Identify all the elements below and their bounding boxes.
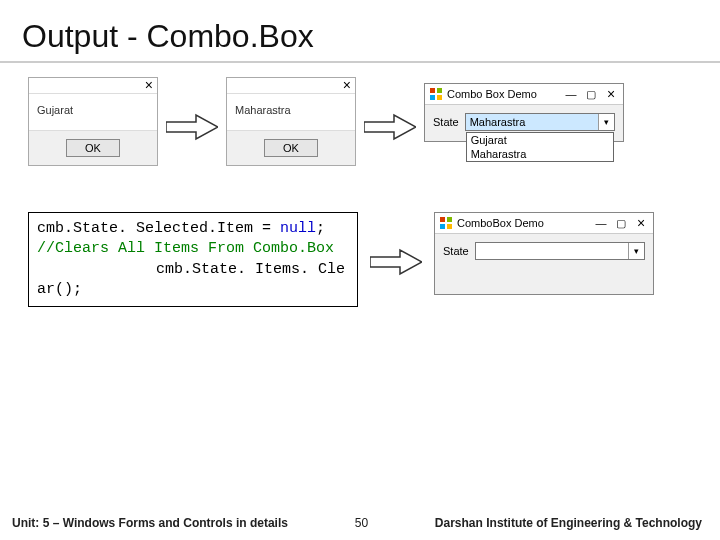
top-row: × Gujarat OK × Maharastra OK [28,77,692,166]
code-keyword: null [280,220,316,237]
svg-rect-5 [437,95,442,100]
code-text: cmb.State. Selected.Item = [37,220,280,237]
combobox-option-gujarat[interactable]: Gujarat [467,133,613,147]
msgbox-text: Gujarat [29,94,157,131]
msgbox-titlebar: × [227,78,355,94]
maximize-icon[interactable]: ▢ [583,88,599,101]
svg-rect-10 [447,224,452,229]
code-text: ar(); [37,280,349,300]
code-text: cmb.State. Items. Cle [37,260,349,280]
code-text: ; [316,220,325,237]
app-icon [429,87,443,101]
footer-unit: Unit: 5 – Windows Forms and Controls in … [12,516,288,530]
state-label: State [433,116,459,128]
msgbox-titlebar: × [29,78,157,94]
close-icon[interactable]: × [343,80,351,91]
state-combobox[interactable]: ▾ [475,242,645,260]
arrow-icon [364,113,416,141]
svg-marker-6 [370,250,422,274]
messagebox-maharastra: × Maharastra OK [226,77,356,166]
window-title: Combo Box Demo [447,88,559,100]
minimize-icon[interactable]: — [593,217,609,229]
app-icon [439,216,453,230]
msgbox-text: Maharastra [227,94,355,131]
code-comment: //Clears All Items From Combo.Box [37,239,349,259]
close-icon[interactable]: × [633,218,649,229]
msgbox-buttons: OK [227,131,355,165]
chevron-down-icon[interactable]: ▾ [628,243,644,259]
svg-rect-2 [430,88,435,93]
footer-institute: Darshan Institute of Engineering & Techn… [435,516,702,530]
chevron-down-icon[interactable]: ▾ [598,114,614,130]
maximize-icon[interactable]: ▢ [613,217,629,230]
window-titlebar: Combo Box Demo — ▢ × [425,84,623,105]
svg-marker-0 [166,115,218,139]
combobox-form-dropdown: Combo Box Demo — ▢ × State Maharastra ▾ … [424,83,624,142]
arrow-icon [370,248,422,276]
svg-rect-7 [440,217,445,222]
ok-button[interactable]: OK [66,139,120,157]
combobox-selected: Maharastra [466,114,598,130]
combobox-dropdown: Gujarat Maharastra [466,132,614,162]
svg-rect-4 [430,95,435,100]
form-body: State Maharastra ▾ Gujarat Maharastra [425,105,623,141]
form-body: State ▾ [435,234,653,294]
slide-footer: Unit: 5 – Windows Forms and Controls in … [0,508,720,540]
bottom-row: cmb.State. Selected.Item = null; //Clear… [28,212,692,307]
window-titlebar: ComboBox Demo — ▢ × [435,213,653,234]
content-area: × Gujarat OK × Maharastra OK [0,63,720,321]
close-icon[interactable]: × [145,80,153,91]
svg-marker-1 [364,115,416,139]
svg-rect-8 [447,217,452,222]
msgbox-buttons: OK [29,131,157,165]
combobox-form-cleared: ComboBox Demo — ▢ × State ▾ [434,212,654,295]
window-title: ComboBox Demo [457,217,589,229]
messagebox-gujarat: × Gujarat OK [28,77,158,166]
code-snippet: cmb.State. Selected.Item = null; //Clear… [28,212,358,307]
ok-button[interactable]: OK [264,139,318,157]
slide-title: Output - Combo.Box [0,0,720,63]
svg-rect-3 [437,88,442,93]
minimize-icon[interactable]: — [563,88,579,100]
combobox-option-maharastra[interactable]: Maharastra [467,147,613,161]
state-label: State [443,245,469,257]
close-icon[interactable]: × [603,89,619,100]
svg-rect-9 [440,224,445,229]
arrow-icon [166,113,218,141]
footer-page-number: 50 [288,516,435,530]
state-combobox[interactable]: Maharastra ▾ Gujarat Maharastra [465,113,615,131]
